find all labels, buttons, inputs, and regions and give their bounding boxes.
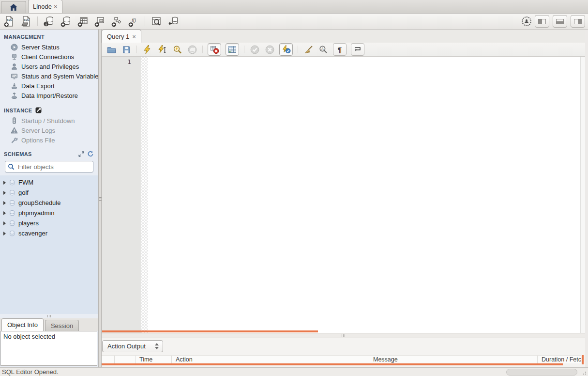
- output-horizontal-scrollbar[interactable]: [102, 363, 563, 365]
- column-time[interactable]: Time: [136, 356, 172, 363]
- main-toolbar: SQL SQL f(): [0, 14, 588, 30]
- output-grid-header: Time Action Message Duration / Fetch: [102, 355, 581, 363]
- status-message: SQL Editor Opened.: [2, 368, 59, 376]
- tab-connection-linode[interactable]: Linode ×: [28, 0, 62, 13]
- schema-item-scavenger[interactable]: scavenger: [0, 228, 98, 238]
- svg-text:A: A: [321, 47, 324, 50]
- expander-icon[interactable]: [3, 191, 6, 195]
- new-procedure-icon[interactable]: [110, 15, 123, 28]
- tab-label: Linode: [33, 3, 52, 10]
- search-table-data-icon[interactable]: [150, 15, 163, 28]
- pilcrow-icon: ¶: [338, 46, 342, 53]
- rollback-icon: [264, 44, 275, 55]
- sidebar-splitter[interactable]: [0, 314, 98, 318]
- reconnect-database-icon[interactable]: [167, 15, 180, 28]
- tab-object-info[interactable]: Object Info: [1, 318, 44, 331]
- column-row-icon[interactable]: [102, 356, 115, 363]
- tab-home[interactable]: [1, 1, 26, 13]
- output-vertical-scrollbar[interactable]: [582, 355, 584, 364]
- sidebar-item-system-variables[interactable]: Status and System Variables: [0, 71, 98, 81]
- expander-icon[interactable]: [3, 221, 6, 225]
- schema-item-fwm[interactable]: FWM: [0, 177, 98, 188]
- assistant-icon[interactable]: [522, 16, 531, 26]
- new-connection-icon[interactable]: [43, 15, 55, 28]
- column-row-index[interactable]: [115, 356, 136, 363]
- toggle-right-panel-button[interactable]: [571, 15, 585, 28]
- tab-session[interactable]: Session: [45, 320, 79, 331]
- editor-horizontal-scrollbar[interactable]: [102, 330, 318, 332]
- line-number-gutter: 1: [102, 57, 141, 333]
- close-icon[interactable]: ×: [54, 3, 58, 10]
- new-table-icon[interactable]: [76, 15, 89, 28]
- editor-vertical-scrollbar[interactable]: [580, 57, 585, 333]
- output-panel: Action Output Time Action Message Durati…: [102, 338, 585, 367]
- toolbar-separator: [145, 16, 145, 26]
- execute-current-icon[interactable]: [157, 44, 167, 55]
- open-file-icon[interactable]: [106, 44, 117, 55]
- server-status-icon: [10, 43, 18, 51]
- schema-icon: [9, 179, 15, 186]
- new-schema-icon[interactable]: [60, 15, 72, 28]
- sidebar-item-data-import[interactable]: Data Import/Restore: [0, 91, 98, 100]
- section-schemas-title: SCHEMAS: [0, 145, 98, 159]
- schema-item-golf[interactable]: golf: [0, 188, 98, 198]
- schema-item-phpmyadmin[interactable]: phpmyadmin: [0, 208, 98, 218]
- find-icon[interactable]: A: [318, 44, 329, 55]
- sidebar-item-startup-shutdown[interactable]: Startup / Shutdown: [0, 116, 98, 125]
- instance-config-icon: [35, 107, 42, 113]
- refresh-icon[interactable]: [87, 151, 93, 157]
- show-invisibles-button[interactable]: ¶: [333, 43, 347, 56]
- column-message[interactable]: Message: [369, 356, 538, 363]
- sidebar-item-server-status[interactable]: Server Status: [0, 42, 98, 52]
- beautify-icon[interactable]: [303, 44, 314, 55]
- stop-icon: [187, 44, 197, 55]
- save-icon[interactable]: [121, 44, 132, 55]
- main-splitter[interactable]: [98, 30, 102, 367]
- schema-filter[interactable]: [5, 161, 93, 172]
- limit-rows-button[interactable]: [226, 43, 239, 56]
- tab-query-1[interactable]: Query 1 ×: [102, 30, 141, 43]
- new-function-icon[interactable]: f(): [127, 15, 140, 28]
- new-query-tab-icon[interactable]: SQL: [3, 15, 15, 28]
- data-import-icon: [10, 92, 18, 99]
- output-selector[interactable]: Action Output: [102, 340, 163, 352]
- server-logs-icon: [10, 126, 18, 134]
- open-sql-script-icon[interactable]: SQL: [20, 15, 32, 28]
- expander-icon[interactable]: [3, 232, 6, 235]
- sidebar-item-client-connections[interactable]: Client Connections: [0, 52, 98, 62]
- sidebar-item-server-logs[interactable]: Server Logs: [0, 125, 98, 135]
- sidebar-item-data-export[interactable]: Data Export: [0, 81, 98, 91]
- sidebar-item-options-file[interactable]: Options File: [0, 135, 98, 145]
- toggle-left-panel-button[interactable]: [535, 15, 549, 28]
- schema-filter-input[interactable]: [17, 163, 90, 171]
- object-info-message: No object selected: [3, 333, 55, 340]
- toggle-stop-on-error-button[interactable]: [208, 43, 221, 56]
- toggle-autocommit-button[interactable]: [279, 43, 293, 56]
- object-info-panel: No object selected: [0, 331, 97, 366]
- progress-indicator: [506, 369, 577, 376]
- explain-icon[interactable]: [172, 44, 182, 55]
- sql-editor[interactable]: 1: [102, 57, 585, 333]
- toggle-bottom-panel-button[interactable]: [553, 15, 567, 28]
- svg-text:f(): f(): [132, 18, 136, 23]
- execute-icon[interactable]: [142, 44, 152, 55]
- output-splitter[interactable]: [102, 333, 585, 338]
- resize-grip[interactable]: [582, 370, 587, 375]
- expander-icon[interactable]: [3, 181, 6, 185]
- close-icon[interactable]: ×: [132, 33, 136, 40]
- expander-icon[interactable]: [3, 201, 6, 205]
- column-action[interactable]: Action: [172, 356, 369, 363]
- schema-icon: [9, 189, 15, 196]
- sidebar-item-users-privileges[interactable]: Users and Privileges: [0, 62, 98, 71]
- wrap-text-button[interactable]: [351, 43, 364, 56]
- editor-text-area[interactable]: [148, 57, 585, 333]
- column-duration[interactable]: Duration / Fetch: [538, 356, 581, 363]
- expand-panel-icon[interactable]: [78, 151, 84, 157]
- toolbar-right-group: [522, 15, 585, 28]
- expander-icon[interactable]: [3, 211, 6, 215]
- schema-item-players[interactable]: players: [0, 218, 98, 228]
- new-view-icon[interactable]: [93, 15, 106, 28]
- schema-item-groupschedule[interactable]: groupSchedule: [0, 198, 98, 208]
- left-panel-icon: [538, 19, 546, 24]
- schema-icon: [9, 230, 15, 237]
